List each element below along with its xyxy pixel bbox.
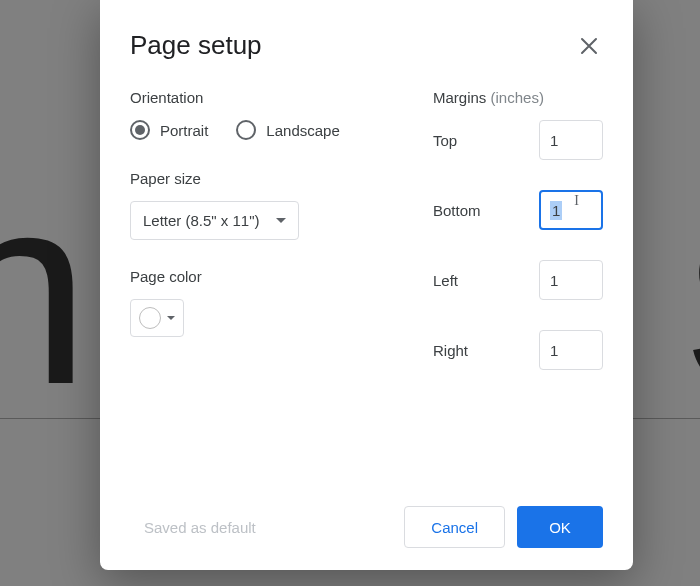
orientation-portrait-radio[interactable]: Portrait: [130, 120, 208, 140]
margin-bottom-label: Bottom: [433, 202, 481, 219]
margin-right-value: 1: [550, 342, 558, 359]
margin-top-value: 1: [550, 132, 558, 149]
page-color-label: Page color: [130, 268, 393, 285]
margin-bottom-value: 1: [550, 201, 562, 220]
margin-left-input[interactable]: 1: [539, 260, 603, 300]
margins-label: Margins (inches): [433, 89, 603, 106]
radio-label: Portrait: [160, 122, 208, 139]
text-cursor-icon: [576, 202, 577, 218]
margin-left-label: Left: [433, 272, 458, 289]
margins-label-text: Margins: [433, 89, 486, 106]
orientation-radio-group: Portrait Landscape: [130, 120, 393, 140]
cancel-button[interactable]: Cancel: [404, 506, 505, 548]
chevron-down-icon: [167, 316, 175, 320]
margin-right-input[interactable]: 1: [539, 330, 603, 370]
chevron-down-icon: [276, 218, 286, 223]
dialog-title: Page setup: [130, 30, 262, 61]
radio-icon: [130, 120, 150, 140]
radio-icon: [236, 120, 256, 140]
dialog-header: Page setup: [130, 30, 603, 61]
background-letter-left: n: [0, 155, 80, 425]
saved-as-default-button[interactable]: Saved as default: [130, 509, 270, 546]
margin-top-label: Top: [433, 132, 457, 149]
color-swatch: [139, 307, 161, 329]
margin-right-label: Right: [433, 342, 468, 359]
close-icon: [580, 37, 598, 55]
ok-button[interactable]: OK: [517, 506, 603, 548]
dropdown-value: Letter (8.5" x 11"): [143, 212, 260, 229]
margin-left-value: 1: [550, 272, 558, 289]
radio-label: Landscape: [266, 122, 339, 139]
orientation-landscape-radio[interactable]: Landscape: [236, 120, 339, 140]
dialog-footer: Saved as default Cancel OK: [130, 506, 603, 548]
paper-size-dropdown[interactable]: Letter (8.5" x 11"): [130, 201, 299, 240]
margin-top-input[interactable]: 1: [539, 120, 603, 160]
page-setup-dialog: Page setup Orientation Portrait Landscap…: [100, 0, 633, 570]
margins-unit-label: (inches): [491, 89, 544, 106]
paper-size-label: Paper size: [130, 170, 393, 187]
orientation-label: Orientation: [130, 89, 393, 106]
close-button[interactable]: [575, 32, 603, 60]
background-letter-right: s: [685, 140, 700, 430]
margin-bottom-input[interactable]: 1: [539, 190, 603, 230]
page-color-picker[interactable]: [130, 299, 184, 337]
